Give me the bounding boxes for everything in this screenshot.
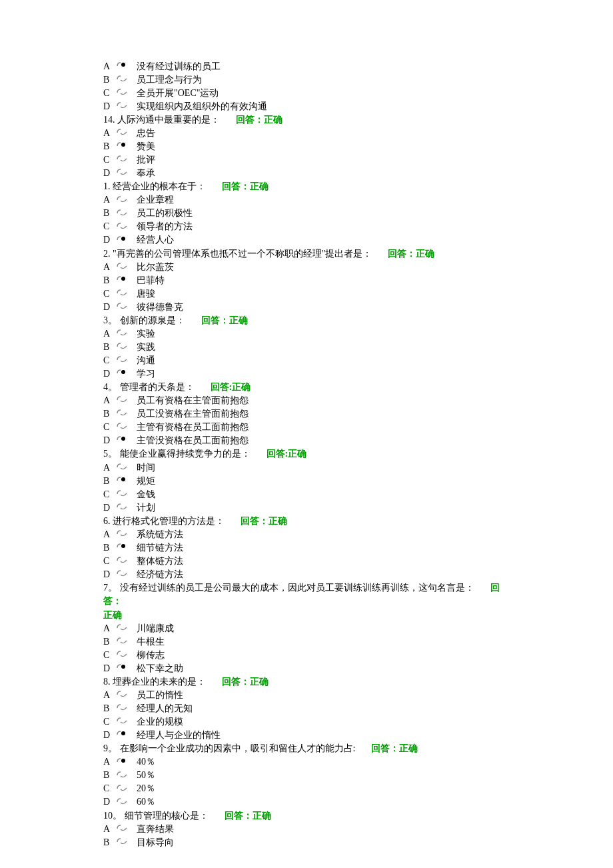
option-row[interactable]: A时间 <box>103 461 510 475</box>
option-row[interactable]: D松下幸之助 <box>103 662 510 675</box>
option-row[interactable]: B50％ <box>103 769 510 783</box>
option-row[interactable]: A川端康成 <box>103 622 510 635</box>
radio-icon[interactable] <box>115 476 134 487</box>
radio-icon[interactable] <box>115 155 134 165</box>
svg-point-8 <box>121 665 125 669</box>
option-row[interactable]: C整体链方法 <box>103 555 510 568</box>
option-row[interactable]: C领导者的方法 <box>103 221 510 234</box>
radio-icon[interactable] <box>115 556 134 567</box>
radio-icon[interactable] <box>115 209 134 219</box>
option-row[interactable]: A没有经过训练的员工 <box>103 60 510 73</box>
radio-icon[interactable] <box>115 235 134 246</box>
question-stem: 14. 人际沟通中最重要的是：回答：正确 <box>103 113 510 127</box>
radio-icon[interactable] <box>115 771 134 781</box>
option-row[interactable]: B员工的积极性 <box>103 207 510 221</box>
radio-icon[interactable] <box>115 422 134 433</box>
radio-icon[interactable] <box>115 342 134 353</box>
option-row[interactable]: D奉承 <box>103 167 510 180</box>
radio-icon[interactable] <box>115 690 134 701</box>
radio-icon[interactable] <box>115 730 134 741</box>
radio-icon[interactable] <box>115 61 134 72</box>
option-row[interactable]: C唐骏 <box>103 287 510 301</box>
option-row[interactable]: C20％ <box>103 783 510 796</box>
radio-icon[interactable] <box>115 168 134 179</box>
radio-icon[interactable] <box>115 489 134 500</box>
option-row[interactable]: C柳传志 <box>103 649 510 662</box>
option-row[interactable]: C沟通 <box>103 354 510 367</box>
question-number: 2. <box>103 249 113 259</box>
radio-icon[interactable] <box>115 463 134 473</box>
radio-icon[interactable] <box>115 824 134 835</box>
option-letter: B <box>103 73 115 87</box>
option-letter: D <box>103 167 115 180</box>
radio-icon[interactable] <box>115 101 134 112</box>
option-row[interactable]: A员工有资格在主管面前抱怨 <box>103 394 510 407</box>
option-row[interactable]: C批评 <box>103 153 510 167</box>
option-row[interactable]: A40％ <box>103 756 510 769</box>
radio-icon[interactable] <box>115 395 134 406</box>
option-row[interactable]: A实验 <box>103 327 510 341</box>
option-row[interactable]: C主管有资格在员工面前抱怨 <box>103 421 510 434</box>
radio-icon[interactable] <box>115 195 134 206</box>
option-row[interactable]: A比尔盖茨 <box>103 261 510 274</box>
question-stem: 10。 细节管理的核心是：回答：正确 <box>103 809 510 823</box>
radio-icon[interactable] <box>115 623 134 634</box>
option-row[interactable]: C企业的规模 <box>103 715 510 729</box>
option-row[interactable]: A企业章程 <box>103 194 510 207</box>
option-row[interactable]: B目标导向 <box>103 836 510 849</box>
option-row[interactable]: D经济链方法 <box>103 568 510 581</box>
option-row[interactable]: A忠告 <box>103 127 510 140</box>
radio-icon[interactable] <box>115 262 134 273</box>
option-row[interactable]: B规矩 <box>103 475 510 488</box>
option-row[interactable]: A员工的惰性 <box>103 689 510 702</box>
radio-icon[interactable] <box>115 650 134 661</box>
radio-icon[interactable] <box>115 302 134 313</box>
option-row[interactable]: A直奔结果 <box>103 823 510 836</box>
radio-icon[interactable] <box>115 128 134 139</box>
radio-icon[interactable] <box>115 569 134 580</box>
radio-icon[interactable] <box>115 837 134 848</box>
radio-icon[interactable] <box>115 543 134 553</box>
radio-icon[interactable] <box>115 329 134 339</box>
radio-icon[interactable] <box>115 663 134 674</box>
radio-icon[interactable] <box>115 503 134 513</box>
option-row[interactable]: D主管没资格在员工面前抱怨 <box>103 434 510 447</box>
radio-icon[interactable] <box>115 784 134 795</box>
question-number: 5。 <box>103 449 120 459</box>
option-row[interactable]: D经营人心 <box>103 234 510 247</box>
radio-icon[interactable] <box>115 369 134 379</box>
radio-icon[interactable] <box>115 637 134 647</box>
radio-icon[interactable] <box>115 409 134 419</box>
radio-icon[interactable] <box>115 797 134 808</box>
radio-icon[interactable] <box>115 757 134 768</box>
option-text: 企业章程 <box>134 193 174 207</box>
radio-icon[interactable] <box>115 703 134 714</box>
radio-icon[interactable] <box>115 75 134 85</box>
radio-icon[interactable] <box>115 717 134 727</box>
option-row[interactable]: D实现组织内及组织外的有效沟通 <box>103 100 510 113</box>
option-row[interactable]: C全员开展"OEC"运动 <box>103 87 510 100</box>
option-row[interactable]: D彼得德鲁克 <box>103 301 510 314</box>
option-row[interactable]: B牛根生 <box>103 635 510 649</box>
option-row[interactable]: A系统链方法 <box>103 528 510 541</box>
radio-icon[interactable] <box>115 88 134 99</box>
option-row[interactable]: B员工没资格在主管面前抱怨 <box>103 407 510 421</box>
option-row[interactable]: C金钱 <box>103 488 510 501</box>
option-row[interactable]: B细节链方法 <box>103 541 510 555</box>
radio-icon[interactable] <box>115 275 134 286</box>
option-row[interactable]: D60％ <box>103 796 510 809</box>
option-row[interactable]: B实践 <box>103 341 510 354</box>
option-row[interactable]: B员工理念与行为 <box>103 73 510 87</box>
radio-icon[interactable] <box>115 222 134 233</box>
option-row[interactable]: B赞美 <box>103 140 510 153</box>
option-row[interactable]: B巴菲特 <box>103 274 510 287</box>
radio-icon[interactable] <box>115 529 134 540</box>
option-row[interactable]: D学习 <box>103 367 510 381</box>
radio-icon[interactable] <box>115 141 134 152</box>
radio-icon[interactable] <box>115 355 134 366</box>
option-row[interactable]: D计划 <box>103 501 510 515</box>
option-row[interactable]: B经理人的无知 <box>103 702 510 715</box>
option-row[interactable]: D经理人与企业的惰性 <box>103 729 510 742</box>
radio-icon[interactable] <box>115 289 134 299</box>
radio-icon[interactable] <box>115 435 134 446</box>
